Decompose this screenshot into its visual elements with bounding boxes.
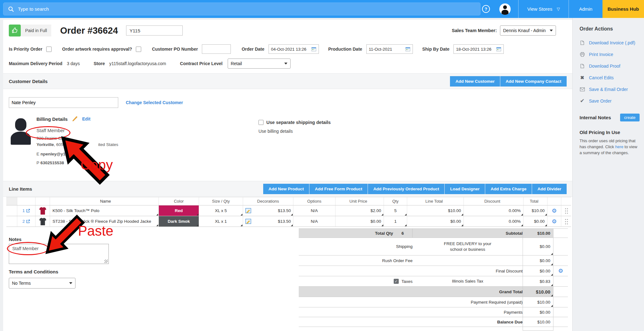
cancel-edits-action[interactable]: ✖ Cancel Edits (573, 72, 644, 83)
size-qty-cell[interactable]: XL x 1 (199, 216, 243, 227)
save-email-order-action[interactable]: Save & Email Order (573, 83, 644, 95)
user-avatar[interactable] (499, 3, 511, 15)
final-discount-value[interactable]: $0.00 (523, 266, 553, 276)
taxes-checkbox[interactable]: ✓ (394, 279, 399, 284)
sales-team-member-select[interactable]: Dennis Knauf - Admin (500, 25, 556, 36)
add-free-form-product-button[interactable]: Add Free Form Product (309, 184, 368, 194)
textarea-resize-grip[interactable] (104, 260, 108, 263)
pencil-icon (72, 116, 78, 122)
production-date-input[interactable]: 11-Oct-2021 (366, 44, 413, 54)
store-value: y115staff.logofactoryusa.com (109, 61, 166, 66)
decoration-price: $13.50 (278, 219, 291, 224)
qty-cell[interactable]: 5 (384, 205, 407, 216)
rush-order-fee-value[interactable]: $0.00 (523, 255, 553, 266)
column-color: Color (158, 197, 199, 205)
column-line-total: Line Total (407, 197, 464, 205)
decoration-edit-icon[interactable] (245, 218, 251, 224)
unit-price-cell[interactable]: $2.00 (335, 205, 384, 216)
order-reference-input[interactable] (126, 25, 183, 36)
order-actions-title: Order Actions (580, 26, 644, 32)
qty-cell[interactable]: 1 (384, 216, 407, 227)
line-total-cell[interactable]: $0.00 (407, 216, 464, 227)
download-proof-action[interactable]: Download Proof (573, 60, 644, 72)
line-total-cell[interactable]: $10.00 (407, 205, 464, 216)
size-qty-cell[interactable]: XL x 5 (199, 205, 243, 216)
shipping-desc-line1: FREE DELIVERY to your (444, 241, 491, 247)
edit-billing-link[interactable]: Edit (82, 116, 90, 121)
view-stores-menu[interactable]: View Stores ▽ (519, 0, 569, 18)
add-extra-charge-button[interactable]: Add Extra Charge (485, 184, 532, 194)
shipping-value[interactable]: $0.00 (523, 238, 553, 255)
priority-order-checkbox[interactable] (46, 47, 52, 52)
page-title: Order #36624 (60, 25, 118, 36)
add-divider-button[interactable]: Add Divider (532, 184, 567, 194)
final-discount-settings-button[interactable]: ⚙ (553, 266, 568, 276)
help-icon[interactable]: ? (482, 5, 490, 13)
order-date-input[interactable]: 04-Oct-2021 13:26 (269, 44, 319, 54)
grand-total-label: Grand Total (413, 287, 523, 297)
business-hub-tab[interactable]: Business Hub (602, 0, 644, 18)
product-color-cell[interactable]: Dark Smok (158, 216, 199, 227)
total-qty-value: 6 (393, 229, 413, 238)
add-new-company-contact-button[interactable]: Add New Company Contact (500, 76, 567, 87)
taxes-description: Illinois Sales Tax (413, 276, 523, 286)
row-2-link[interactable]: 2 (17, 216, 35, 227)
discount-cell[interactable]: 0.00% (464, 216, 523, 227)
column-total: Total (523, 197, 547, 205)
separate-shipping-checkbox[interactable] (258, 120, 264, 125)
decoration-price: $13.50 (278, 208, 291, 213)
priority-order-label: Is Priority Order (9, 47, 42, 52)
decoration-edit-icon[interactable] (245, 208, 251, 214)
add-new-product-button[interactable]: Add New Product (263, 184, 309, 194)
row-drag-handle[interactable] (561, 205, 571, 216)
search-bar[interactable] (3, 3, 480, 15)
admin-tab[interactable]: Admin (569, 0, 602, 18)
shipping-desc-line2: school or business (450, 247, 485, 252)
taxes-value[interactable]: $0.83 (523, 276, 553, 286)
download-invoice-action[interactable]: Download Invoice (.pdf) (573, 37, 644, 48)
unit-price-cell[interactable]: $0.00 (335, 216, 384, 227)
discount-cell[interactable]: 0.00% (464, 205, 523, 216)
customer-po-input[interactable] (202, 44, 231, 54)
add-new-customer-button[interactable]: Add New Customer (450, 76, 500, 87)
row-drag-handle[interactable] (561, 216, 571, 227)
selected-customer-input[interactable] (9, 97, 118, 108)
row-settings-button[interactable]: ⚙ (547, 205, 561, 216)
decorations-cell[interactable]: $13.50 (243, 216, 293, 227)
max-delivery-value: 3 days (67, 61, 80, 66)
taxes-label: Taxes (402, 279, 413, 284)
terms-select[interactable]: No Terms (9, 278, 75, 289)
document-icon (580, 64, 585, 69)
contract-price-level-select[interactable]: Retail (228, 59, 291, 69)
total-cell[interactable]: $0.00 (523, 216, 547, 227)
options-cell: N/A (293, 205, 335, 216)
totals-footer-row (299, 327, 568, 331)
total-cell[interactable]: $10.00 (523, 205, 547, 216)
load-designer-button[interactable]: Load Designer (445, 184, 485, 194)
add-previously-ordered-product-button[interactable]: Add Previously Ordered Product (368, 184, 444, 194)
payment-required-value[interactable]: $10.00 (523, 297, 553, 307)
shipping-description[interactable]: FREE DELIVERY to your school or business (413, 238, 523, 255)
artwork-approval-checkbox[interactable] (136, 47, 141, 52)
table-header: Name Color Size / Qty Decorations Option… (6, 197, 571, 205)
decorations-cell[interactable]: $13.50 (243, 205, 293, 216)
order-actions-sidebar: Order Actions Download Invoice (.pdf) Pr… (572, 18, 644, 331)
contract-price-level-label: Contract Price Level (180, 61, 222, 66)
final-discount-label: Final Discount (413, 266, 523, 276)
print-invoice-action[interactable]: Print Invoice (573, 48, 644, 60)
action-label: Download Invoice (.pdf) (589, 40, 635, 45)
customer-details-title: Customer Details (9, 79, 47, 84)
search-input[interactable] (18, 6, 207, 12)
change-selected-customer-link[interactable]: Change Selected Customer (126, 100, 183, 105)
product-color-cell[interactable]: Red (158, 205, 199, 216)
row-1-link[interactable]: 1 (17, 205, 35, 216)
old-pricing-title: Old Pricing In Use (580, 130, 644, 135)
save-order-action[interactable]: ✔ Save Order (573, 95, 644, 107)
create-internal-note-button[interactable]: create (620, 114, 640, 121)
x-icon: ✖ (580, 75, 585, 81)
row-settings-button[interactable]: ⚙ (547, 216, 561, 227)
ship-by-date-input[interactable]: 18-Oct-2021 13:26 (453, 44, 504, 54)
old-pricing-here-link[interactable]: here (615, 144, 623, 149)
artwork-approval-label: Order artwork requires approval? (62, 47, 132, 52)
avatar-shoulders (502, 10, 508, 15)
